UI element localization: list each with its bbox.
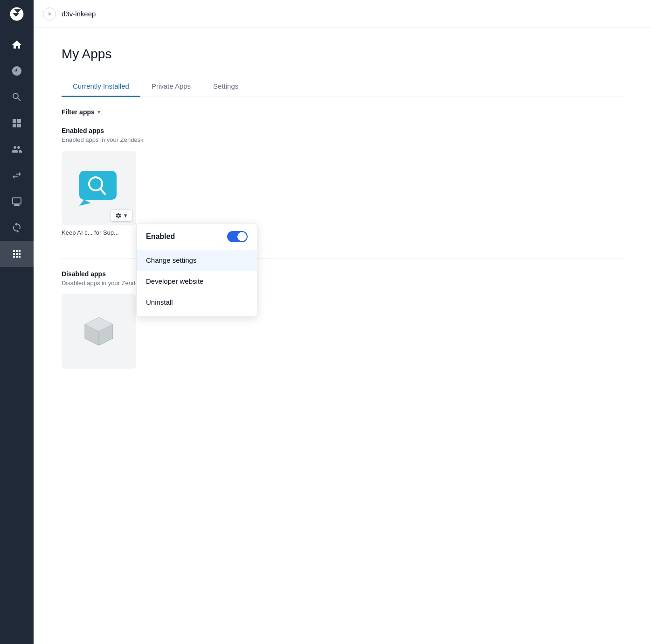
sidebar-item-transfer[interactable] [0, 162, 34, 189]
sidebar-item-customers[interactable] [0, 136, 34, 162]
tab-settings[interactable]: Settings [202, 77, 249, 97]
dropdown-item-developer-website[interactable]: Developer website [137, 271, 257, 292]
app-dropdown-menu: Enabled Change settings Developer websit… [136, 223, 257, 317]
tabs-container: Currently Installed Private Apps Setting… [62, 77, 623, 97]
toggle-knob [237, 232, 247, 241]
filter-apps-label: Filter apps [62, 108, 95, 116]
page-title: My Apps [62, 47, 623, 62]
filter-chevron-icon: ▾ [97, 109, 100, 115]
app-card-search[interactable]: ▾ [62, 151, 136, 225]
filter-apps-row[interactable]: Filter apps ▾ [62, 108, 623, 116]
users-icon [11, 144, 22, 155]
gear-settings-button[interactable]: ▾ [110, 209, 132, 222]
gear-chevron-icon: ▾ [124, 212, 127, 219]
dropdown-enabled-row: Enabled [137, 231, 257, 250]
app-item-search: ▾ Keep AI c... for Sup... Enabled Change… [62, 151, 136, 236]
svg-marker-3 [79, 200, 91, 206]
main-content: My Apps Currently Installed Private Apps… [34, 28, 651, 644]
app-search-icon [77, 168, 121, 208]
workspace-title: d3v-inkeep [62, 10, 96, 18]
sidebar-item-views[interactable] [0, 58, 34, 84]
sidebar-item-home[interactable] [0, 32, 34, 58]
clock-icon [11, 65, 22, 77]
grid-icon [11, 118, 22, 129]
enabled-apps-section: Enabled apps Enabled apps in your Zendes… [62, 127, 623, 247]
disabled-app-item [62, 294, 136, 369]
disabled-app-card-inner [62, 294, 136, 369]
apps-icon [11, 248, 22, 259]
search-icon [11, 91, 22, 103]
sidebar-toggle-button[interactable]: > [43, 7, 56, 21]
zendesk-logo-icon [8, 6, 25, 22]
tab-private-apps[interactable]: Private Apps [140, 77, 202, 97]
sidebar [0, 0, 34, 644]
dropdown-enabled-label: Enabled [146, 232, 175, 241]
sidebar-item-reporting[interactable] [0, 110, 34, 136]
home-icon [11, 39, 22, 50]
box-app-icon [80, 313, 118, 350]
tab-currently-installed[interactable]: Currently Installed [62, 77, 140, 97]
svg-rect-0 [79, 171, 117, 200]
disabled-app-card[interactable] [62, 294, 136, 369]
monitor-icon [11, 196, 22, 207]
sidebar-item-automations[interactable] [0, 215, 34, 241]
main-wrapper: > d3v-inkeep My Apps Currently Installed… [34, 0, 651, 644]
sidebar-logo [0, 0, 34, 28]
sidebar-item-apps[interactable] [0, 241, 34, 267]
topbar: > d3v-inkeep [34, 0, 651, 28]
sidebar-navigation [0, 28, 34, 267]
dropdown-item-uninstall[interactable]: Uninstall [137, 292, 257, 313]
transfer-icon [11, 170, 22, 181]
automations-icon [11, 222, 22, 233]
dropdown-item-change-settings[interactable]: Change settings [137, 250, 257, 271]
app-description: Keep AI c... for Sup... [62, 229, 136, 236]
app-enabled-toggle[interactable] [227, 231, 248, 242]
enabled-apps-title: Enabled apps [62, 127, 623, 134]
gear-icon [115, 212, 122, 219]
sidebar-item-search[interactable] [0, 84, 34, 110]
sidebar-item-monitor[interactable] [0, 189, 34, 215]
enabled-apps-subtitle: Enabled apps in your Zendesk [62, 136, 623, 143]
